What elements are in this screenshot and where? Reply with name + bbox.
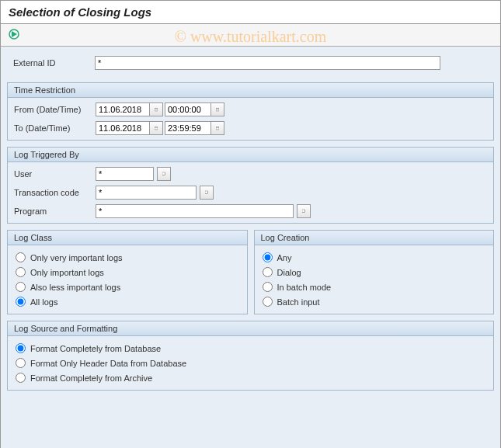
- log-creation-option-1[interactable]: Any: [261, 250, 488, 265]
- log-source-radio-3[interactable]: [16, 373, 26, 383]
- log-creation-label-2: Dialog: [277, 268, 301, 277]
- log-creation-radio-1[interactable]: [263, 252, 273, 262]
- log-creation-group: Log Creation Any Dialog In batch mode Ba…: [254, 230, 495, 314]
- user-search-help-icon[interactable]: [157, 167, 171, 181]
- svg-rect-1: [155, 108, 158, 111]
- program-search-help-icon[interactable]: [297, 204, 311, 218]
- log-source-option-2[interactable]: Format Only Header Data from Database: [14, 356, 487, 370]
- log-class-option-3[interactable]: Also less important logs: [14, 280, 241, 294]
- tcode-label: Transaction code: [14, 188, 96, 197]
- external-id-label: External ID: [13, 58, 95, 68]
- to-time-picker-icon[interactable]: [210, 121, 224, 135]
- tcode-search-help-icon[interactable]: [200, 186, 214, 200]
- svg-rect-3: [216, 108, 219, 111]
- log-creation-option-2[interactable]: Dialog: [261, 265, 488, 280]
- time-restriction-title: Time Restriction: [8, 83, 493, 98]
- log-source-label-3: Format Completely from Archive: [30, 373, 152, 383]
- log-creation-option-3[interactable]: In batch mode: [261, 280, 488, 294]
- log-class-radio-4[interactable]: [16, 297, 26, 307]
- execute-icon[interactable]: [7, 27, 21, 41]
- log-source-group: Log Source and Formatting Format Complet…: [7, 321, 494, 391]
- log-creation-radio-4[interactable]: [263, 297, 273, 307]
- from-label: From (Date/Time): [14, 105, 96, 114]
- from-date-picker-icon[interactable]: [149, 102, 163, 116]
- log-class-radio-2[interactable]: [16, 267, 26, 277]
- log-class-option-2[interactable]: Only important logs: [14, 265, 241, 280]
- to-time-input[interactable]: [165, 121, 211, 135]
- user-label: User: [14, 169, 96, 179]
- from-date-input[interactable]: [96, 102, 150, 116]
- svg-rect-10: [162, 172, 165, 175]
- log-class-title: Log Class: [8, 231, 247, 245]
- log-triggered-title: Log Triggered By: [8, 148, 493, 162]
- from-time-input[interactable]: [165, 102, 211, 116]
- program-label: Program: [14, 207, 96, 216]
- log-creation-option-4[interactable]: Batch input: [261, 294, 488, 309]
- log-class-option-4[interactable]: All logs: [14, 294, 241, 309]
- log-class-group: Log Class Only very important logs Only …: [7, 230, 248, 314]
- log-source-label-2: Format Only Header Data from Database: [30, 359, 186, 368]
- log-source-label-1: Format Completely from Database: [30, 344, 161, 353]
- svg-rect-5: [155, 127, 158, 130]
- to-label: To (Date/Time): [14, 123, 96, 133]
- to-date-picker-icon[interactable]: [149, 121, 163, 135]
- log-creation-label-1: Any: [277, 253, 292, 262]
- tcode-input[interactable]: [96, 186, 197, 200]
- log-source-option-3[interactable]: Format Completely from Archive: [14, 370, 487, 385]
- user-input[interactable]: [96, 167, 154, 181]
- svg-rect-14: [302, 210, 304, 212]
- program-input[interactable]: [96, 204, 294, 218]
- log-creation-label-3: In batch mode: [277, 283, 332, 292]
- log-creation-title: Log Creation: [255, 231, 494, 245]
- time-restriction-group: Time Restriction From (Date/Time) To (Da…: [7, 82, 494, 141]
- log-class-label-4: All logs: [30, 297, 57, 307]
- log-class-label-3: Also less important logs: [30, 283, 120, 292]
- external-id-input[interactable]: [95, 56, 440, 70]
- log-creation-label-4: Batch input: [277, 297, 320, 307]
- log-source-radio-2[interactable]: [16, 358, 26, 368]
- log-class-option-1[interactable]: Only very important logs: [14, 250, 241, 265]
- log-source-option-1[interactable]: Format Completely from Database: [14, 341, 487, 356]
- log-class-radio-3[interactable]: [16, 282, 26, 292]
- from-time-picker-icon[interactable]: [210, 102, 224, 116]
- log-triggered-group: Log Triggered By User Transaction code P…: [7, 147, 494, 224]
- log-source-title: Log Source and Formatting: [8, 321, 493, 336]
- svg-rect-7: [216, 127, 219, 130]
- log-creation-radio-2[interactable]: [263, 267, 273, 277]
- log-class-radio-1[interactable]: [16, 252, 26, 262]
- log-class-label-1: Only very important logs: [30, 253, 123, 262]
- log-creation-radio-3[interactable]: [263, 282, 273, 292]
- to-date-input[interactable]: [96, 121, 150, 135]
- svg-rect-12: [205, 191, 207, 193]
- log-source-radio-1[interactable]: [16, 343, 26, 353]
- page-title: Selection of Closing Logs: [9, 5, 492, 19]
- log-class-label-2: Only important logs: [30, 268, 104, 277]
